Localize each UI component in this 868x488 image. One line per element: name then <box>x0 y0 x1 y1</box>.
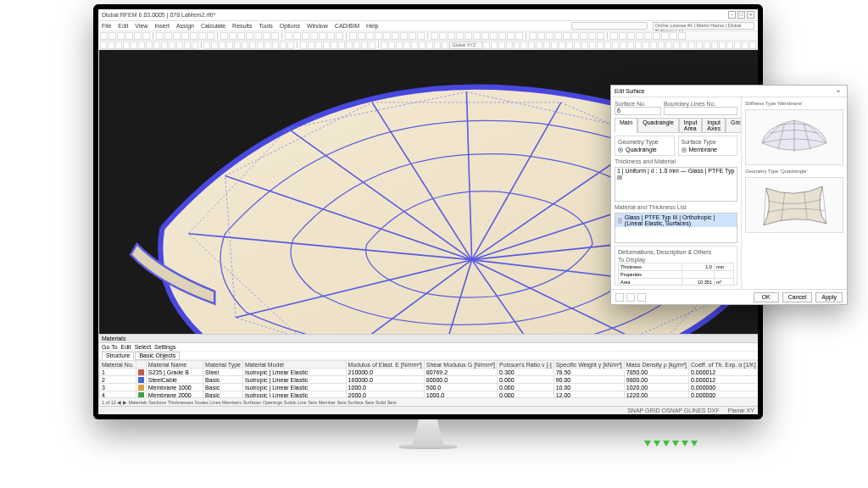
thickness-select[interactable]: 1 | Uniform | d : 1.0 mm — Glass | PTFE … <box>615 167 737 202</box>
mat-select[interactable]: Select <box>135 344 151 350</box>
ok-button[interactable]: OK <box>754 292 779 302</box>
toolbar-icon[interactable] <box>263 32 270 40</box>
dialog-tab[interactable]: Input Axes <box>702 118 726 133</box>
toolbar-icon[interactable] <box>249 42 256 49</box>
menu-view[interactable]: View <box>135 23 147 29</box>
toolbar-icon[interactable] <box>409 32 416 40</box>
toolbar-icon[interactable] <box>559 42 565 49</box>
materials-tab[interactable]: Basic Objects <box>135 352 180 360</box>
material-row[interactable]: 2SteelCableBasicIsotropic | Linear Elast… <box>100 376 759 384</box>
toolbar-icon[interactable] <box>108 42 114 49</box>
toolbar-icon[interactable] <box>588 32 596 40</box>
toolbar-icon[interactable] <box>581 42 588 49</box>
toolbar-icon[interactable] <box>207 32 214 40</box>
toolbar-icon[interactable] <box>528 42 535 49</box>
toolbar-icon[interactable] <box>108 32 116 40</box>
toolbar-icon[interactable] <box>169 42 175 49</box>
toolbar-icon[interactable] <box>396 42 403 49</box>
toolbar-icon[interactable] <box>203 42 210 49</box>
status-snap[interactable]: SNAP GRID OSNAP GLINES DXF <box>627 408 719 413</box>
toolbar-icon[interactable] <box>254 32 262 40</box>
toolbar-icon[interactable] <box>220 32 228 40</box>
dialog-tab[interactable]: Main <box>615 118 637 133</box>
toolbar-icon[interactable] <box>375 32 382 40</box>
toolbar-icon[interactable] <box>125 32 133 40</box>
menu-tools[interactable]: Tools <box>259 23 272 29</box>
toolbar-icon[interactable] <box>520 42 527 49</box>
toolbar-icon[interactable] <box>456 32 464 40</box>
toolbar-icon[interactable] <box>658 42 665 49</box>
menu-help[interactable]: Help <box>366 23 378 29</box>
toolbar-icon[interactable] <box>688 42 695 49</box>
toolbar-icon[interactable] <box>327 32 335 40</box>
status-plane[interactable]: Planar XY <box>727 408 754 413</box>
toolbar-icon[interactable] <box>336 32 343 40</box>
toolbar-icon[interactable] <box>131 42 137 49</box>
toolbar-icon[interactable] <box>242 42 248 49</box>
close-button[interactable]: × <box>747 11 754 19</box>
toolbar-icon[interactable] <box>300 42 307 49</box>
toolbar-icon[interactable] <box>115 42 122 49</box>
geom-radio[interactable] <box>618 147 623 152</box>
toolbar-icon[interactable] <box>417 32 425 40</box>
toolbar-icon[interactable] <box>574 42 581 49</box>
toolbar-icon[interactable] <box>673 42 680 49</box>
mat-edit[interactable]: Edit <box>121 344 131 350</box>
dialog-tab[interactable]: Quadrangle <box>637 118 679 133</box>
toolbar-icon[interactable] <box>636 32 643 40</box>
toolbar-icon[interactable] <box>491 42 498 49</box>
dlg-tool-1[interactable] <box>615 293 624 302</box>
menu-calculate[interactable]: Calculate <box>201 23 225 29</box>
toolbar-icon[interactable] <box>529 32 537 40</box>
toolbar-icon[interactable] <box>237 32 245 40</box>
toolbar-icon[interactable] <box>164 32 172 40</box>
mat-goto[interactable]: Go To <box>102 344 118 350</box>
toolbar-icon[interactable] <box>280 42 287 49</box>
toolbar-icon[interactable] <box>696 42 703 49</box>
toolbar-icon[interactable] <box>644 32 652 40</box>
toolbar-icon[interactable] <box>353 42 360 49</box>
materials-footer[interactable]: 1 of 12 ◀ ▶ Materials Sections Thickness… <box>99 397 758 406</box>
search-input[interactable] <box>571 22 648 30</box>
toolbar-icon[interactable] <box>483 42 490 49</box>
toolbar-icon[interactable] <box>229 32 236 40</box>
toolbar-icon[interactable] <box>142 32 150 40</box>
coord-system-combo[interactable]: Global XYZ <box>449 42 481 49</box>
toolbar-icon[interactable] <box>442 42 448 49</box>
toolbar-icon[interactable] <box>604 42 611 49</box>
toolbar-icon[interactable] <box>219 42 225 49</box>
toolbar-icon[interactable] <box>338 42 345 49</box>
toolbar-icon[interactable] <box>619 32 626 40</box>
toolbar-icon[interactable] <box>211 42 218 49</box>
toolbar-icon[interactable] <box>681 42 687 49</box>
toolbar-icon[interactable] <box>597 42 604 49</box>
toolbar-icon[interactable] <box>358 32 365 40</box>
toolbar-icon[interactable] <box>310 32 318 40</box>
toolbar-icon[interactable] <box>704 42 710 49</box>
toolbar-icon[interactable] <box>315 42 322 49</box>
menu-options[interactable]: Options <box>280 23 300 29</box>
max-button[interactable]: □ <box>737 11 745 19</box>
toolbar-icon[interactable] <box>448 32 455 40</box>
toolbar-icon[interactable] <box>257 42 264 49</box>
toolbar-icon[interactable] <box>192 42 198 49</box>
menu-assign[interactable]: Assign <box>176 23 194 29</box>
dlg-tool-2[interactable] <box>626 293 635 302</box>
toolbar-icon[interactable] <box>134 32 142 40</box>
toolbar-icon[interactable] <box>271 32 279 40</box>
toolbar-icon[interactable] <box>506 42 513 49</box>
toolbar-icon[interactable] <box>536 42 542 49</box>
toolbar-icon[interactable] <box>597 32 604 40</box>
toolbar-icon[interactable] <box>100 32 108 40</box>
toolbar-icon[interactable] <box>285 32 292 40</box>
toolbar-icon[interactable] <box>711 42 718 49</box>
material-list-row[interactable]: Glass | PTFE Typ III | Orthotropic | (Li… <box>615 214 737 227</box>
toolbar-icon[interactable] <box>546 32 554 40</box>
dlg-tool-3[interactable] <box>637 293 646 302</box>
cancel-button[interactable]: Cancel <box>782 292 813 302</box>
apply-button[interactable]: Apply <box>815 292 843 302</box>
toolbar-icon[interactable] <box>554 32 562 40</box>
toolbar-icon[interactable] <box>331 42 337 49</box>
toolbar-icon[interactable] <box>635 42 642 49</box>
toolbar-icon[interactable] <box>661 32 669 40</box>
